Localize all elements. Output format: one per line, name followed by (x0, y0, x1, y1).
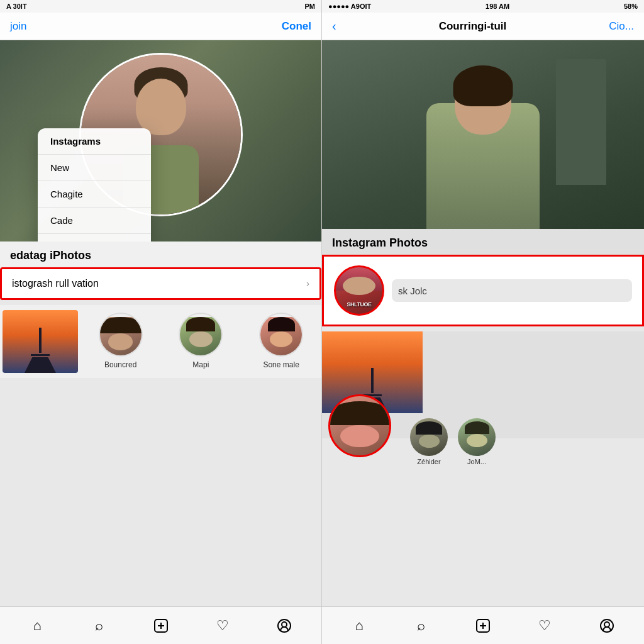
nav-bar-left: join Conel (0, 13, 321, 40)
avatar-bouncred (99, 313, 143, 357)
avatar-label-jom: JoM... (467, 458, 486, 465)
nav-bar-right: ‹ Courringi-tuil Cio... (322, 13, 644, 40)
menu-item-salve[interactable]: Salve. › (38, 234, 151, 242)
avatar-item-zehider[interactable]: Zéhider (410, 418, 448, 465)
door-element (556, 59, 606, 185)
carrier-left: A 30IT (6, 3, 27, 10)
photo-grid-left: Bouncred Mapi Sone male (0, 305, 321, 378)
menu-item-chagite[interactable]: Chagite (38, 181, 151, 208)
status-bar-left: A 30IT PM (0, 0, 321, 13)
avatar-item-jom[interactable]: JoM... (458, 418, 496, 465)
tab-search-left[interactable]: ⌕ (68, 618, 130, 634)
right-panel: ●●●●● A9OIT 198 AM 58% ‹ Courringi-tuil … (322, 0, 644, 644)
person-head (136, 79, 186, 135)
nav-title-left: Conel (282, 20, 311, 33)
tab-add-right[interactable] (452, 618, 514, 633)
svg-point-4 (282, 622, 287, 627)
time-right: 198 AM (486, 3, 509, 10)
battery-right: 58% (624, 3, 638, 10)
tab-likes-right[interactable]: ♡ (514, 618, 575, 634)
tab-bar-left: ⌂ ⌕ ♡ (0, 606, 321, 644)
hero-area-left: Instagrams New Chagite Cade Salve. › (0, 40, 321, 242)
tab-profile-left[interactable] (253, 618, 315, 633)
menu-item-new[interactable]: New (38, 155, 151, 181)
right-hero-image (322, 40, 644, 229)
right-person-figure (322, 40, 644, 229)
left-panel: A 30IT PM join Conel Instagrams New (0, 0, 322, 644)
avatar-mapi (179, 313, 223, 357)
highlighted-row-text: istogrash rull vation (12, 278, 99, 289)
big-avatar-overlap (328, 394, 391, 457)
time-left: PM (305, 3, 316, 10)
tab-bar-right: ⌂ ⌕ ♡ (322, 606, 644, 644)
eiffel-base (25, 357, 56, 373)
avatar-overlay-text: ShlTuoe (347, 301, 372, 308)
svg-point-9 (604, 622, 609, 627)
right-person-hair (453, 65, 513, 106)
context-menu: Instagrams New Chagite Cade Salve. › (38, 128, 151, 242)
photo-item-mapi[interactable]: Mapi (161, 310, 242, 373)
status-bar-right: ●●●●● A9OIT 198 AM 58% (322, 0, 644, 13)
tab-search-right[interactable]: ⌕ (390, 618, 452, 634)
menu-item-instagrams[interactable]: Instagrams (38, 128, 151, 155)
photo-label-mapi: Mapi (192, 360, 209, 369)
nav-action-button[interactable]: Cio... (609, 20, 634, 33)
avatar-sonemale (259, 313, 303, 357)
main-avatar-wrap: ShlTuoe (334, 265, 384, 316)
avatar-jom (458, 418, 496, 456)
tab-profile-right[interactable] (576, 618, 638, 633)
nav-back-button[interactable]: ‹ (332, 19, 336, 33)
carrier-right: ●●●●● A9OIT (328, 3, 371, 10)
tab-home-right[interactable]: ⌂ (328, 618, 390, 634)
nav-join-button[interactable]: join (10, 20, 26, 33)
avatar-label-zehider: Zéhider (417, 458, 440, 465)
eiffel-thumbnail (3, 310, 78, 373)
menu-item-cade[interactable]: Cade (38, 208, 151, 234)
photo-item-eiffel[interactable] (0, 310, 80, 373)
highlighted-row-right[interactable]: ShlTuoe sk Jolc (322, 255, 644, 326)
search-field-right[interactable]: sk Jolc (392, 279, 632, 302)
section-header-right: Instagram Photos (322, 229, 644, 255)
main-avatar-circle: ShlTuoe (334, 265, 384, 316)
right-photo-area: Zéhider JoM... (322, 331, 644, 438)
photo-label-bouncred: Bouncred (104, 360, 136, 369)
tab-likes-left[interactable]: ♡ (192, 618, 253, 634)
highlighted-row-left[interactable]: istogrash rull vation › (0, 267, 321, 300)
eiffel-top (39, 328, 42, 353)
eiffel-mid (31, 354, 50, 356)
section-header-left: edatag iPhotos (0, 242, 321, 267)
tab-home-left[interactable]: ⌂ (6, 618, 68, 634)
photo-label-sonemale: Sone male (263, 360, 299, 369)
avatar-zehider (410, 418, 448, 456)
tab-add-left[interactable] (130, 618, 191, 633)
nav-title-right: Courringi-tuil (341, 20, 604, 33)
photo-item-bouncred[interactable]: Bouncred (80, 310, 161, 373)
row-chevron-icon: › (306, 278, 309, 289)
photo-item-sonemale[interactable]: Sone male (241, 310, 321, 373)
